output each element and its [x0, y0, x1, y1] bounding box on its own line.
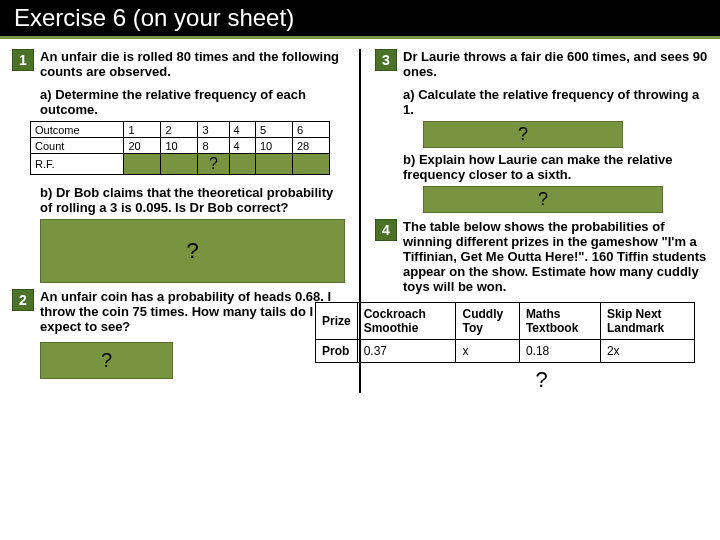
- q4-th3: Maths Textbook: [519, 303, 600, 340]
- q2-badge: 2: [12, 289, 34, 311]
- q1-text: An unfair die is rolled 80 times and the…: [40, 49, 345, 79]
- q4-tp1: 0.37: [357, 340, 456, 363]
- q1-th4: 4: [229, 122, 255, 138]
- q2: 2 An unfair coin has a probability of he…: [12, 289, 345, 334]
- q3-part-b: b) Explain how Laurie can make the relat…: [403, 152, 708, 182]
- q4-tp3: 0.18: [519, 340, 600, 363]
- q3: 3 Dr Laurie throws a fair die 600 times,…: [375, 49, 708, 79]
- q1-tc5: 10: [255, 138, 292, 154]
- q3-a-answer-box[interactable]: ?: [423, 121, 623, 148]
- q1-rf6: [292, 154, 329, 175]
- q4-text: The table below shows the probabilities …: [403, 219, 708, 294]
- page-title: Exercise 6 (on your sheet): [0, 0, 720, 36]
- right-column: 3 Dr Laurie throws a fair die 600 times,…: [375, 49, 708, 393]
- q1-th6: 6: [292, 122, 329, 138]
- q4-tp-prob: Prob: [316, 340, 358, 363]
- q1-table: Outcome 1 2 3 4 5 6 Count 20 10 8 4 10 2…: [30, 121, 330, 175]
- q1-tc2: 10: [161, 138, 198, 154]
- q1-rf5: [255, 154, 292, 175]
- q1-th5: 5: [255, 122, 292, 138]
- q1-b-answer-box[interactable]: ?: [40, 219, 345, 283]
- q1-part-a: a) Determine the relative frequency of e…: [40, 87, 345, 117]
- q1-th1: 1: [124, 122, 161, 138]
- q1-tc4: 4: [229, 138, 255, 154]
- q1-badge: 1: [12, 49, 34, 71]
- q4-th2: Cuddly Toy: [456, 303, 519, 340]
- q1-table-qmark[interactable]: ?: [198, 154, 229, 175]
- q1-tc3: 8: [198, 138, 229, 154]
- q3-part-a: a) Calculate the relative frequency of t…: [403, 87, 708, 117]
- q4-th4: Skip Next Landmark: [600, 303, 694, 340]
- content-area: 1 An unfair die is rolled 80 times and t…: [0, 39, 720, 399]
- q1-tc1: 20: [124, 138, 161, 154]
- q4-th-prize: Prize: [316, 303, 358, 340]
- q4: 4 The table below shows the probabilitie…: [375, 219, 708, 294]
- q3-badge: 3: [375, 49, 397, 71]
- left-column: 1 An unfair die is rolled 80 times and t…: [12, 49, 345, 393]
- q1-tr-rf: R.F.: [31, 154, 124, 175]
- q3-text: Dr Laurie throws a fair die 600 times, a…: [403, 49, 708, 79]
- q1-rf1: [124, 154, 161, 175]
- q1-th-outcome: Outcome: [31, 122, 124, 138]
- q1-rf2: [161, 154, 198, 175]
- q4-answer-qmark[interactable]: ?: [375, 367, 708, 393]
- q1-tc6: 28: [292, 138, 329, 154]
- q4-tp4: 2x: [600, 340, 694, 363]
- q4-th1: Cockroach Smoothie: [357, 303, 456, 340]
- q2-answer-box[interactable]: ?: [40, 342, 173, 379]
- q4-table: Prize Cockroach Smoothie Cuddly Toy Math…: [315, 302, 695, 363]
- q1-th3: 3: [198, 122, 229, 138]
- q1-rf4: [229, 154, 255, 175]
- q1-th2: 2: [161, 122, 198, 138]
- q1-tc-count: Count: [31, 138, 124, 154]
- q4-tp2: x: [456, 340, 519, 363]
- q2-text: An unfair coin has a probability of head…: [40, 289, 345, 334]
- q4-badge: 4: [375, 219, 397, 241]
- q1: 1 An unfair die is rolled 80 times and t…: [12, 49, 345, 79]
- q1-part-b: b) Dr Bob claims that the theoretical pr…: [40, 185, 345, 215]
- q3-b-answer-box[interactable]: ?: [423, 186, 663, 213]
